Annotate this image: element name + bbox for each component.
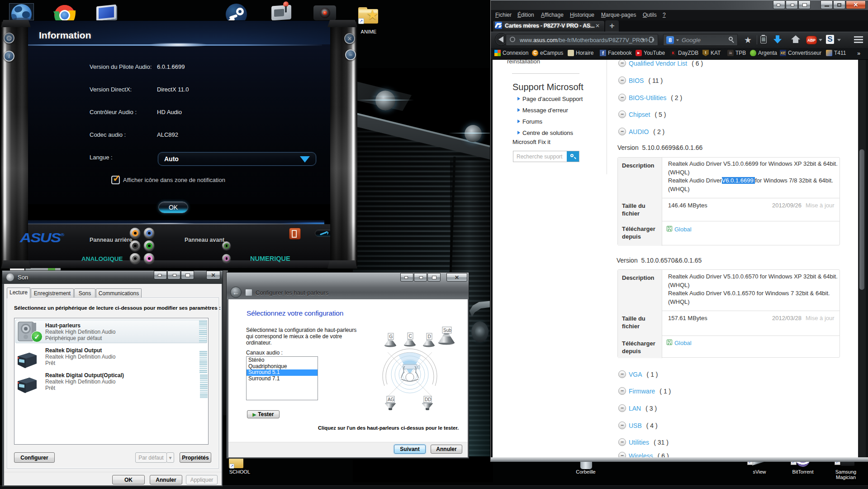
svg-text:AG: AG (388, 397, 394, 402)
svg-text:DD: DD (425, 397, 431, 402)
svg-text:C: C (409, 334, 412, 339)
svg-text:D: D (428, 334, 431, 339)
svg-text:G: G (389, 334, 393, 339)
svg-text:Sub: Sub (443, 328, 451, 333)
